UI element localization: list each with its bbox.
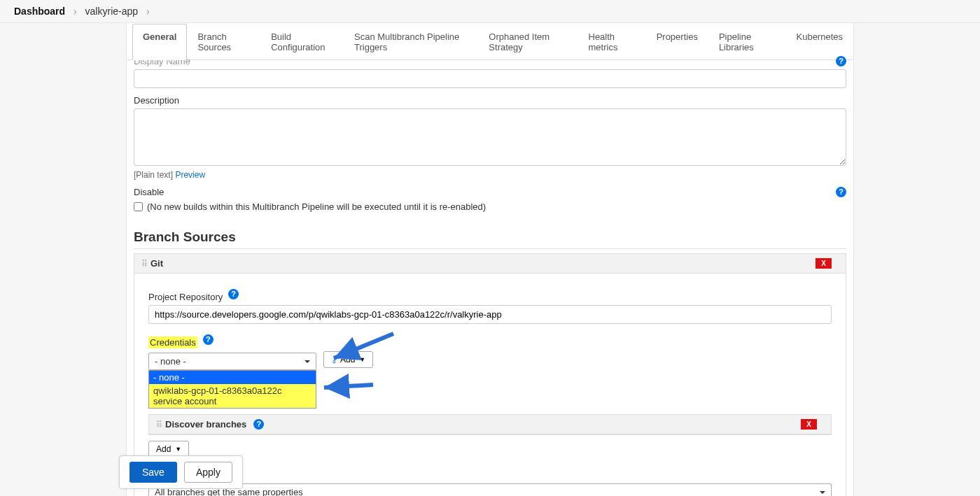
description-label: Description <box>134 95 179 106</box>
svg-line-1 <box>324 385 373 388</box>
caret-down-icon: ▼ <box>359 356 365 363</box>
caret-down-icon: ▼ <box>175 446 181 453</box>
disable-label: Disable <box>134 187 164 197</box>
behaviours-box: ⠿ Discover branches ? X <box>148 414 832 435</box>
config-tabs: General Branch Sources Build Configurati… <box>127 23 853 60</box>
credentials-selected-value: - none - <box>155 356 186 367</box>
drag-handle-icon[interactable]: ⠿ <box>141 259 146 269</box>
delete-source-button[interactable]: X <box>816 258 832 269</box>
tab-general[interactable]: General <box>132 24 187 60</box>
tab-health-metrics[interactable]: Health metrics <box>578 24 646 60</box>
display-name-input[interactable] <box>134 69 846 88</box>
breadcrumb-dashboard[interactable]: Dashboard <box>14 6 65 17</box>
credentials-label: Credentials <box>148 336 197 348</box>
tab-kubernetes[interactable]: Kubernetes <box>786 24 854 60</box>
preview-link[interactable]: Preview <box>175 170 205 180</box>
help-icon[interactable]: ? <box>836 187 846 197</box>
key-icon: ⚷ <box>331 355 337 364</box>
chevron-right-icon: › <box>146 6 150 17</box>
tab-branch-sources[interactable]: Branch Sources <box>187 24 260 60</box>
footer-actions: Save Apply <box>119 455 243 489</box>
annotation-arrow-icon <box>317 378 380 399</box>
chevron-right-icon: › <box>74 6 77 17</box>
save-button[interactable]: Save <box>130 462 177 483</box>
project-repository-label: Project Repository <box>148 292 223 302</box>
plain-text-label: [Plain text] <box>134 170 173 180</box>
breadcrumb: Dashboard › valkyrie-app › <box>0 0 980 23</box>
disable-help-text: (No new builds within this Multibranch P… <box>147 201 486 212</box>
discover-branches-label: Discover branches <box>165 419 246 430</box>
project-repository-input[interactable] <box>148 305 832 324</box>
disable-checkbox[interactable] <box>134 202 143 211</box>
credentials-select[interactable]: - none - <box>148 353 316 370</box>
section-branch-sources: Branch Sources <box>134 229 846 249</box>
breadcrumb-app[interactable]: valkyrie-app <box>85 6 138 17</box>
property-strategy-select[interactable]: All branches get the same properties <box>148 483 832 496</box>
apply-button[interactable]: Apply <box>184 462 232 483</box>
tab-properties[interactable]: Properties <box>646 24 708 60</box>
help-icon[interactable]: ? <box>228 289 239 299</box>
delete-behaviour-button[interactable]: X <box>801 419 817 430</box>
description-textarea[interactable] <box>134 108 846 166</box>
add-behaviour-label: Add <box>156 444 171 454</box>
tab-build-configuration[interactable]: Build Configuration <box>260 24 344 60</box>
credentials-option-none[interactable]: - none - <box>149 371 316 384</box>
tab-orphaned-item-strategy[interactable]: Orphaned Item Strategy <box>478 24 578 60</box>
tab-pipeline-libraries[interactable]: Pipeline Libraries <box>708 24 786 60</box>
help-icon[interactable]: ? <box>203 334 214 345</box>
drag-handle-icon[interactable]: ⠿ <box>156 420 161 430</box>
credentials-option-service-account[interactable]: qwiklabs-gcp-01-c8363a0a122c service acc… <box>149 384 316 408</box>
add-credentials-label: Add <box>340 355 355 364</box>
tab-scan-triggers[interactable]: Scan Multibranch Pipeline Triggers <box>344 24 478 60</box>
credentials-dropdown: - none - qwiklabs-gcp-01-c8363a0a122c se… <box>148 370 316 409</box>
help-icon[interactable]: ? <box>253 419 264 430</box>
git-source-title: Git <box>150 258 163 269</box>
add-credentials-button[interactable]: ⚷ Add ▼ <box>323 351 373 368</box>
